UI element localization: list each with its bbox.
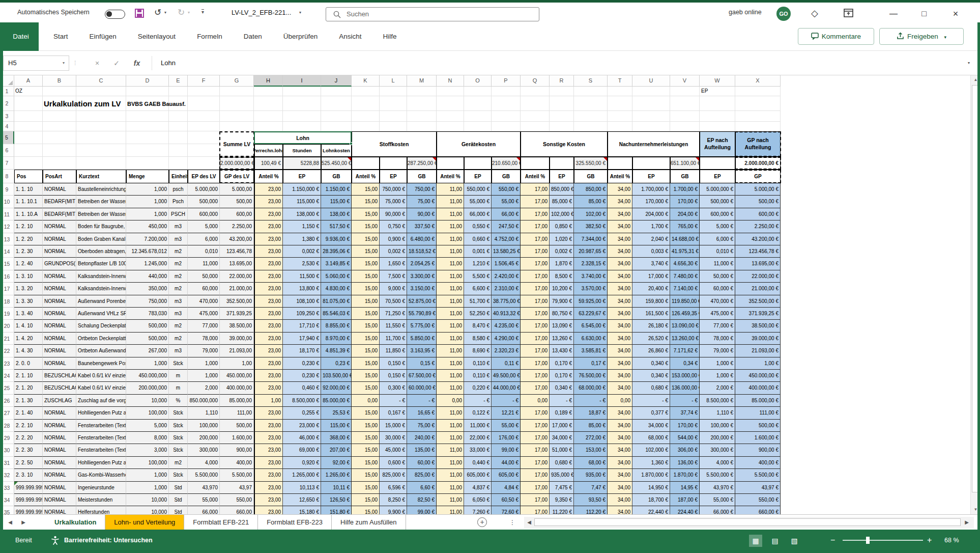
cell[interactable]: 85.546,03 € <box>321 308 352 320</box>
cell[interactable] <box>550 96 574 111</box>
cell[interactable]: 45,000 € <box>380 444 407 456</box>
cell[interactable]: 4,837 € <box>464 482 492 494</box>
column-header-G[interactable]: G <box>220 75 254 87</box>
cell[interactable]: 13,430 € <box>550 345 574 357</box>
cell[interactable]: 8.500,000 € <box>700 395 735 407</box>
cell[interactable]: 204,000 € <box>632 208 670 220</box>
column-header-X[interactable]: X <box>735 75 781 87</box>
cell[interactable]: 470,000 <box>188 295 220 308</box>
cell[interactable]: 44,00 € <box>492 457 521 469</box>
column-header-V[interactable]: V <box>670 75 700 87</box>
geraetekosten-group-header[interactable]: Gerätekosten <box>437 131 521 157</box>
column-header-W[interactable]: W <box>700 75 735 87</box>
cell[interactable]: 272,00 € <box>574 432 608 444</box>
cell[interactable] <box>43 131 76 144</box>
cell[interactable]: Kalksandstein-Innenwand KS- <box>76 283 126 295</box>
cell[interactable] <box>464 111 492 122</box>
cell[interactable]: 1.265,00 € <box>321 469 352 481</box>
column-header-Q[interactable]: Q <box>521 75 550 87</box>
cell[interactable]: 2. 3. 10 <box>14 469 43 481</box>
cell[interactable]: 109,250 € <box>283 308 321 320</box>
cell[interactable]: 1. 2. 10 <box>14 220 43 233</box>
cell[interactable]: 23,00 <box>254 506 283 514</box>
name-box-splitter[interactable]: ⁞ <box>74 56 76 71</box>
cell[interactable]: 15,00 <box>352 220 380 233</box>
tab-seitenlayout[interactable]: Seitenlayout <box>127 22 186 51</box>
cell[interactable]: 23,00 <box>254 320 283 332</box>
cell[interactable]: 825,00 € <box>407 469 437 481</box>
cell[interactable]: 11,00 <box>437 333 464 345</box>
cell[interactable]: 11,00 <box>437 444 464 456</box>
cell[interactable]: 17,000 € <box>550 420 574 432</box>
scroll-right-icon[interactable]: ▶ <box>963 515 971 530</box>
cell[interactable]: 100,000 <box>126 457 169 469</box>
cell[interactable]: 23,00 <box>254 333 283 345</box>
fill-handle[interactable] <box>350 142 353 145</box>
cell[interactable]: 22,440 € <box>632 506 670 514</box>
view-normal-icon[interactable]: ▦ <box>749 535 762 547</box>
cell[interactable] <box>407 111 437 122</box>
cell[interactable]: 0,003 € <box>632 245 670 258</box>
cell[interactable]: 41.975,31 € <box>670 245 700 258</box>
column-header-U[interactable]: U <box>632 75 670 87</box>
cell[interactable]: 23,00 <box>254 183 283 196</box>
cell[interactable]: 352.500,00 € <box>735 295 781 308</box>
cell[interactable]: 15,00 <box>352 506 380 514</box>
stoffkosten-value[interactable]: 287.250,00 € <box>407 157 437 170</box>
cell[interactable]: 3,000 <box>126 444 169 456</box>
cell[interactable]: 11,00 <box>437 469 464 481</box>
cell[interactable]: 78,000 <box>188 333 220 345</box>
column-header-K[interactable]: K <box>352 75 380 87</box>
cell[interactable]: 207,00 € <box>321 444 352 456</box>
cell[interactable]: 26,180 € <box>632 320 670 332</box>
cell[interactable]: Betonpflaster L/B 100/100 mm <box>76 258 126 270</box>
cell[interactable]: 0,600 € <box>380 457 407 469</box>
cell[interactable]: 500,00 <box>220 196 254 208</box>
cell[interactable]: 17,00 <box>521 258 550 270</box>
cell[interactable]: 8,000 <box>126 432 169 444</box>
cell[interactable]: 23,00 <box>254 258 283 270</box>
cell[interactable]: 43.200,00 € <box>735 233 781 245</box>
cell[interactable]: 11,00 <box>437 457 464 469</box>
summe-lv-value[interactable]: 2.000.000,00 € <box>220 157 254 170</box>
cell[interactable] <box>14 122 43 131</box>
undo-icon[interactable]: ↺ <box>152 3 164 22</box>
cell[interactable]: ZUSCHLAG <box>43 395 76 407</box>
cell[interactable] <box>550 157 574 170</box>
cell[interactable]: 90,00 € <box>407 208 437 220</box>
cell[interactable]: 18,87 € <box>574 407 608 419</box>
horizontal-scroll-thumb[interactable] <box>534 518 961 526</box>
cell[interactable]: - € <box>492 395 521 407</box>
cell[interactable]: 550,000 € <box>464 183 492 196</box>
column-header-H[interactable]: H <box>254 75 283 87</box>
cell[interactable] <box>437 157 464 170</box>
cell[interactable]: NORMAL <box>43 345 76 357</box>
cell[interactable] <box>521 122 550 131</box>
cell[interactable]: Std <box>169 494 188 506</box>
cell[interactable]: 15,180 € <box>283 506 321 514</box>
cell[interactable]: 50,000 <box>188 270 220 283</box>
cell[interactable]: 850,000 € <box>550 183 574 196</box>
lohn-group-header[interactable]: Lohn <box>254 131 352 144</box>
cell[interactable]: 8,580 € <box>464 333 492 345</box>
cell[interactable]: 371.939,25 € <box>735 308 781 320</box>
cell[interactable]: 22.000,00 <box>220 270 254 283</box>
autosave-toggle[interactable] <box>105 10 125 19</box>
cell[interactable]: 21.093,00 <box>220 345 254 357</box>
cell[interactable]: m2 <box>169 258 188 270</box>
cell[interactable]: BEDARF(MIT G <box>43 196 76 208</box>
cell[interactable]: 8,250 € <box>380 494 407 506</box>
cell[interactable]: 1.506,45 € <box>492 258 521 270</box>
cell[interactable] <box>283 96 321 111</box>
cell[interactable] <box>437 122 464 131</box>
cell[interactable]: 17,00 <box>521 308 550 320</box>
cell[interactable]: NORMAL <box>43 432 76 444</box>
cell[interactable] <box>76 122 126 131</box>
cell[interactable]: 2. 1. 20 <box>14 382 43 394</box>
cell[interactable]: 55.790,89 € <box>407 308 437 320</box>
cell[interactable]: 13.580,25 € <box>492 245 521 258</box>
cell[interactable]: 67.500,00 € <box>407 370 437 382</box>
cell[interactable]: NORMAL <box>43 320 76 332</box>
cell[interactable]: 34,00 <box>608 382 632 394</box>
column-header-O[interactable]: O <box>464 75 492 87</box>
